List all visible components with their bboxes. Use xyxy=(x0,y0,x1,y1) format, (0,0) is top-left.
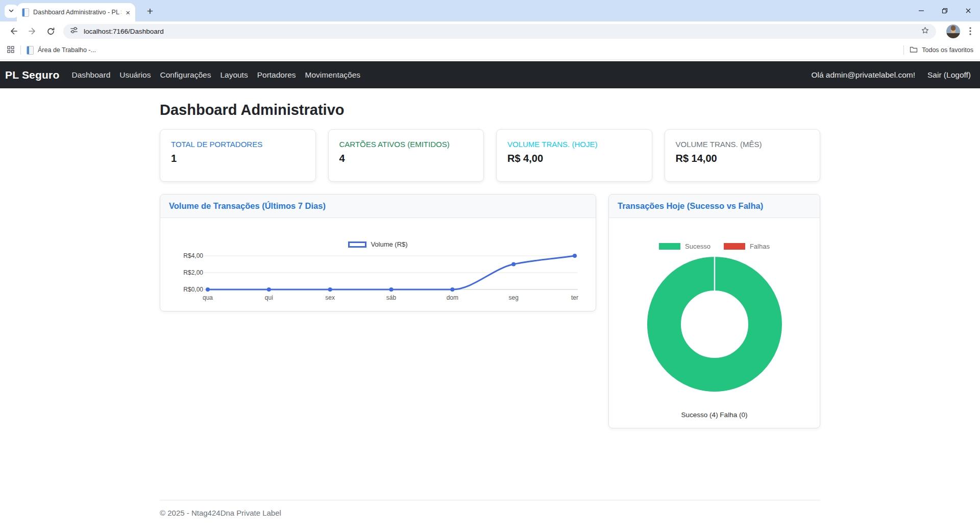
minimize-button[interactable] xyxy=(910,0,933,21)
stat-card-volume-hoje: VOLUME TRANS. (HOJE) R$ 4,00 xyxy=(496,129,652,182)
legend-entry-sucesso: Sucesso xyxy=(659,243,710,250)
bookmark-label: Área de Trabalho -... xyxy=(38,46,96,54)
browser-tab[interactable]: Dashboard Administrativo - PL S × xyxy=(17,3,135,21)
forward-button[interactable] xyxy=(23,23,41,39)
legend-swatch xyxy=(659,243,680,250)
stat-card-label: VOLUME TRANS. (MÊS) xyxy=(676,140,810,149)
svg-text:qui: qui xyxy=(265,294,273,301)
restore-icon xyxy=(942,8,948,14)
page-footer: © 2025 - Ntag424Dna Private Label xyxy=(160,500,820,517)
refresh-icon xyxy=(46,27,55,36)
legend-swatch xyxy=(724,243,745,250)
tab-search-button[interactable] xyxy=(5,5,18,18)
svg-text:seg: seg xyxy=(508,294,518,301)
svg-text:sex: sex xyxy=(325,294,335,301)
stat-card-volume-mes: VOLUME TRANS. (MÊS) R$ 14,00 xyxy=(665,129,821,182)
browser-window: Dashboard Administrativo - PL S × + xyxy=(0,0,980,531)
forward-arrow-icon xyxy=(28,27,37,36)
stat-card-value: 4 xyxy=(339,153,473,164)
all-favorites-button[interactable]: Todos os favoritos xyxy=(910,46,973,55)
page-viewport: PL Seguro Dashboard Usuários Configuraçõ… xyxy=(0,61,980,531)
favicon-icon xyxy=(22,8,29,17)
page-title: Dashboard Administrativo xyxy=(160,102,820,118)
donut-chart-body: Sucesso Falhas Sucesso (4) Falha (0) xyxy=(609,218,820,428)
stat-card-label: TOTAL DE PORTADORES xyxy=(171,140,305,149)
legend-entry-falhas: Falhas xyxy=(724,243,770,250)
line-chart-legend: Volume (R$) xyxy=(160,240,596,248)
nav-item-portadores[interactable]: Portadores xyxy=(253,70,301,80)
line-chart-body: R$0,00R$2,00R$4,00quaquisexsábdomsegter … xyxy=(160,218,596,311)
all-favorites-label: Todos os favoritos xyxy=(922,46,973,54)
main-content: Dashboard Administrativo TOTAL DE PORTAD… xyxy=(160,102,820,428)
restore-button[interactable] xyxy=(933,0,957,21)
separator xyxy=(903,45,904,55)
legend-label: Sucesso xyxy=(685,243,710,250)
donut-chart-panel: Transações Hoje (Sucesso vs Falha) Suces… xyxy=(608,194,820,428)
back-arrow-icon xyxy=(9,27,18,36)
line-chart-title: Volume de Transações (Últimos 7 Dias) xyxy=(160,195,596,218)
donut-chart-legend: Sucesso Falhas xyxy=(609,243,820,250)
site-info-icon[interactable] xyxy=(70,26,78,36)
chevron-down-icon xyxy=(8,7,14,16)
tab-close-icon[interactable]: × xyxy=(126,9,130,16)
legend-label: Volume (R$) xyxy=(371,240,407,248)
stat-card-label: CARTÕES ATIVOS (EMITIDOS) xyxy=(339,140,473,149)
nav-links: Dashboard Usuários Configurações Layouts… xyxy=(67,70,365,80)
svg-text:R$0,00: R$0,00 xyxy=(183,286,203,293)
svg-text:ter: ter xyxy=(571,294,578,301)
nav-item-dashboard[interactable]: Dashboard xyxy=(67,70,115,80)
legend-swatch xyxy=(348,242,366,248)
close-button[interactable] xyxy=(957,0,980,21)
donut-chart-title: Transações Hoje (Sucesso vs Falha) xyxy=(609,195,820,218)
svg-text:qua: qua xyxy=(203,294,213,301)
svg-text:R$4,00: R$4,00 xyxy=(183,252,203,259)
nav-item-usuarios[interactable]: Usuários xyxy=(115,70,155,80)
svg-text:dom: dom xyxy=(447,294,458,301)
stat-card-value: 1 xyxy=(171,153,305,164)
stat-cards-row: TOTAL DE PORTADORES 1 CARTÕES ATIVOS (EM… xyxy=(160,129,820,182)
line-chart: R$0,00R$2,00R$4,00quaquisexsábdomsegter xyxy=(164,218,593,311)
bookmark-star-icon[interactable] xyxy=(921,26,929,37)
tab-title: Dashboard Administrativo - PL S xyxy=(33,9,121,16)
line-chart-panel: Volume de Transações (Últimos 7 Dias) R$… xyxy=(160,194,596,311)
browser-toolbar: localhost:7166/Dashboard xyxy=(0,21,980,41)
tab-strip: Dashboard Administrativo - PL S × + xyxy=(0,0,980,21)
url-text[interactable]: localhost:7166/Dashboard xyxy=(84,28,915,35)
donut-caption: Sucesso (4) Falha (0) xyxy=(609,411,820,419)
donut-chart xyxy=(647,257,782,392)
svg-text:sáb: sáb xyxy=(386,294,397,301)
legend-label: Falhas xyxy=(750,243,770,250)
minimize-icon xyxy=(918,8,924,14)
browser-menu-button[interactable] xyxy=(966,24,975,38)
profile-avatar[interactable] xyxy=(946,25,960,38)
stat-card-total-portadores: TOTAL DE PORTADORES 1 xyxy=(160,129,316,182)
window-controls xyxy=(910,0,980,21)
stat-card-value: R$ 14,00 xyxy=(676,153,810,164)
app-navbar: PL Seguro Dashboard Usuários Configuraçõ… xyxy=(0,61,980,88)
back-button[interactable] xyxy=(5,23,22,39)
refresh-button[interactable] xyxy=(42,23,59,39)
nav-item-configuracoes[interactable]: Configurações xyxy=(155,70,215,80)
user-greeting: Olá admin@privatelabel.com! xyxy=(811,70,915,80)
nav-item-movimentacoes[interactable]: Movimentações xyxy=(301,70,365,80)
new-tab-button[interactable]: + xyxy=(143,4,157,18)
folder-icon xyxy=(910,46,918,55)
address-bar[interactable]: localhost:7166/Dashboard xyxy=(63,24,936,39)
nav-item-layouts[interactable]: Layouts xyxy=(215,70,252,80)
logout-link[interactable]: Sair (Logoff) xyxy=(927,70,971,80)
bookmarks-bar: Área de Trabalho -... Todos os favoritos xyxy=(0,41,980,60)
close-icon xyxy=(965,8,971,14)
bookmark-item[interactable]: Área de Trabalho -... xyxy=(27,46,96,55)
stat-card-label: VOLUME TRANS. (HOJE) xyxy=(507,140,641,149)
stat-card-cartoes-ativos: CARTÕES ATIVOS (EMITIDOS) 4 xyxy=(328,129,484,182)
bookmark-favicon-icon xyxy=(27,46,34,55)
apps-grid-icon[interactable] xyxy=(7,45,15,55)
charts-row: Volume de Transações (Últimos 7 Dias) R$… xyxy=(160,194,820,428)
brand-logo[interactable]: PL Seguro xyxy=(5,69,59,81)
stat-card-value: R$ 4,00 xyxy=(507,153,641,164)
three-dots-icon xyxy=(969,27,971,36)
svg-text:R$2,00: R$2,00 xyxy=(183,269,203,276)
separator xyxy=(20,45,21,55)
